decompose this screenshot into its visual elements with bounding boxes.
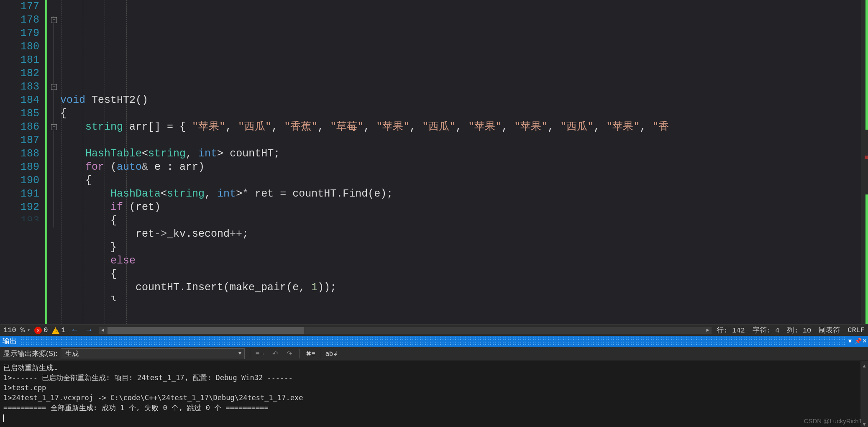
output-panel-header[interactable]: 输出 ▼ 📌 ✕ — [0, 336, 868, 347]
line-number: 193 — [0, 214, 39, 221]
toggle-wrap-icon[interactable]: ab↲ — [326, 349, 337, 359]
line-number: 183 — [0, 80, 39, 94]
line-number: 186 — [0, 120, 39, 134]
error-count: 0 — [44, 326, 48, 334]
panel-drag-handle[interactable] — [20, 336, 845, 346]
indent-mode-label: 制表符 — [819, 325, 840, 335]
output-source-select[interactable]: 生成 — [61, 348, 245, 359]
line-number-gutter: 1771781791801811821831841851861871881891… — [0, 0, 45, 324]
code-line[interactable]: { — [59, 214, 868, 228]
close-icon[interactable]: ✕ — [860, 338, 868, 344]
scroll-up-icon[interactable]: ▲ — [860, 361, 868, 368]
code-line[interactable]: for (auto& e : arr) — [59, 161, 868, 174]
fold-toggle[interactable]: − — [51, 84, 57, 90]
error-indicator[interactable]: ✕ 0 — [34, 326, 48, 334]
code-line[interactable]: void TestHT2() — [59, 94, 868, 107]
code-line[interactable]: } — [59, 294, 868, 301]
output-vertical-scrollbar[interactable]: ▲ ▼ — [860, 361, 868, 427]
line-number: 182 — [0, 67, 39, 80]
line-number: 181 — [0, 54, 39, 67]
eol-label: CRLF — [848, 326, 865, 334]
overview-ruler[interactable] — [861, 0, 868, 324]
code-line[interactable]: countHT.Insert(make_pair(e, 1)); — [59, 281, 868, 294]
zoom-dropdown[interactable]: 110 % ▾ — [3, 326, 30, 334]
code-content[interactable]: void TestHT2(){ string arr[] = { "苹果", "… — [59, 0, 868, 324]
code-line[interactable]: { — [59, 107, 868, 120]
output-source-label: 显示输出来源(S): — [3, 349, 57, 358]
code-line[interactable]: ret->_kv.second++; — [59, 228, 868, 241]
line-number: 185 — [0, 107, 39, 120]
chevron-down-icon: ▾ — [27, 327, 30, 333]
horizontal-scrollbar[interactable]: ◄ ► — [99, 327, 712, 334]
error-icon: ✕ — [34, 327, 42, 334]
output-text-area[interactable]: ▲ ▼ 已启动重新生成…1>------ 已启动全部重新生成: 项目: 24te… — [0, 361, 868, 427]
line-number: 178 — [0, 13, 39, 27]
fold-column[interactable]: −−− — [51, 0, 59, 324]
pin-icon[interactable]: 📌 — [853, 338, 860, 344]
line-number: 177 — [0, 0, 39, 13]
nav-forward-button[interactable]: → — [84, 325, 94, 335]
warning-icon — [52, 327, 59, 334]
scroll-left-icon[interactable]: ◄ — [99, 327, 107, 334]
scroll-right-icon[interactable]: ► — [704, 327, 712, 334]
editor-status-bar: 110 % ▾ ✕ 0 1 ← → ◄ ► 行: 142 字符: 4 列: 10… — [0, 324, 868, 336]
output-line: 1>test.cpp — [3, 383, 865, 393]
output-line: ========== 全部重新生成: 成功 1 个, 失败 0 个, 跳过 0 … — [3, 403, 865, 413]
output-toolbar: 显示输出来源(S): 生成 ≡→ ↶ ↷ ✖≡ ab↲ — [0, 347, 868, 361]
scrollbar-thumb[interactable] — [108, 327, 304, 334]
code-line[interactable]: else — [59, 254, 868, 268]
next-message-icon[interactable]: ↷ — [284, 349, 294, 359]
line-number: 184 — [0, 94, 39, 107]
code-editor[interactable]: 1771781791801811821831841851861871881891… — [0, 0, 868, 324]
code-line[interactable]: HashData<string, int>* ret = countHT.Fin… — [59, 187, 868, 201]
line-number: 188 — [0, 147, 39, 161]
clear-all-icon[interactable]: ✖≡ — [305, 349, 316, 359]
line-number: 179 — [0, 27, 39, 40]
line-number: 189 — [0, 161, 39, 174]
line-number: 187 — [0, 134, 39, 147]
line-number: 190 — [0, 174, 39, 187]
zoom-value: 110 % — [3, 326, 25, 334]
fold-toggle[interactable]: − — [51, 17, 57, 23]
nav-back-button[interactable]: ← — [70, 325, 80, 335]
code-line[interactable]: if (ret) — [59, 201, 868, 214]
prev-message-icon[interactable]: ↶ — [269, 349, 280, 359]
output-line: 1>------ 已启动全部重新生成: 项目: 24test_1_17, 配置:… — [3, 373, 865, 383]
output-caret-line — [3, 413, 865, 423]
warning-count: 1 — [61, 326, 65, 334]
code-line[interactable]: string arr[] = { "苹果", "西瓜", "香蕉", "草莓",… — [59, 120, 868, 134]
fold-toggle[interactable]: − — [51, 124, 57, 130]
code-line[interactable] — [59, 134, 868, 147]
output-source-value: 生成 — [65, 350, 79, 357]
code-line[interactable] — [59, 80, 868, 94]
code-line[interactable]: } — [59, 241, 868, 254]
output-line: 已启动重新生成… — [3, 363, 865, 373]
line-number: 180 — [0, 40, 39, 54]
cursor-line-label: 行: 142 — [717, 325, 745, 335]
output-line: 1>24test_1_17.vcxproj -> C:\code\C++\24t… — [3, 393, 865, 403]
scroll-down-icon[interactable]: ▼ — [860, 419, 868, 427]
line-number: 192 — [0, 201, 39, 214]
line-number: 191 — [0, 187, 39, 201]
cursor-col-label: 列: 10 — [787, 325, 811, 335]
output-panel-title: 输出 — [3, 336, 17, 346]
panel-dropdown-icon[interactable]: ▼ — [845, 338, 853, 344]
code-line[interactable]: { — [59, 268, 868, 281]
cursor-char-label: 字符: 4 — [753, 325, 780, 335]
warning-indicator[interactable]: 1 — [52, 326, 65, 334]
code-line[interactable]: HashTable<string, int> countHT; — [59, 147, 868, 161]
goto-message-icon[interactable]: ≡→ — [255, 349, 266, 359]
change-marker-strip — [45, 0, 51, 324]
code-line[interactable]: { — [59, 174, 868, 187]
